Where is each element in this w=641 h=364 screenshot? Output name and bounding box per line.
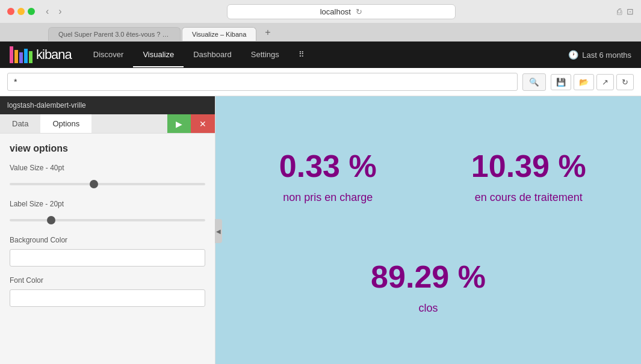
browser-chrome: ‹ › localhost ↻ ⎙ ⊡ Quel Super Parent 3.… (0, 0, 641, 42)
sidebar-header: logstash-dalembert-vrille (0, 96, 215, 114)
nav-visualize[interactable]: Visualize (133, 43, 184, 67)
search-button[interactable]: 🔍 (522, 73, 546, 91)
viz-row-top: 0.33 % non pris en charge 10.39 % en cou… (228, 148, 629, 204)
browser-tab-2[interactable]: Visualize – Kibana (182, 27, 256, 41)
label-size-group: Label Size - 20pt (10, 200, 205, 226)
kibana-logo: kibana (10, 46, 72, 63)
close-button[interactable]: ✕ (191, 114, 215, 133)
url-bar[interactable]: localhost ↻ (227, 4, 456, 19)
metric-label-1: en cours de traitement (475, 191, 583, 204)
value-size-group: Value Size - 40pt (10, 164, 205, 190)
font-color-input[interactable]: purple (10, 289, 205, 307)
forward-button[interactable]: › (55, 5, 65, 18)
logo-bar-1 (10, 46, 13, 63)
browser-tab-1[interactable]: Quel Super Parent 3.0 êtes-vous ? – Oran… (48, 27, 181, 41)
run-button[interactable]: ▶ (167, 114, 191, 133)
sidebar: logstash-dalembert-vrille Data Options ▶… (0, 96, 215, 364)
index-name: logstash-dalembert-vrille (7, 101, 86, 110)
kibana-navbar: kibana Discover Visualize Dashboard Sett… (0, 42, 641, 68)
bg-color-label: Background Color (10, 236, 205, 244)
browser-titlebar: ‹ › localhost ↻ ⎙ ⊡ (0, 0, 641, 23)
new-tab-button[interactable]: + (259, 24, 276, 41)
main-layout: logstash-dalembert-vrille Data Options ▶… (0, 96, 641, 364)
browser-nav-buttons: ‹ › (42, 5, 66, 18)
search-bar: 🔍 💾 📂 ↗ ↻ (0, 68, 641, 96)
tab-data[interactable]: Data (0, 114, 40, 133)
refresh-button[interactable]: ↻ (616, 74, 634, 90)
share-button[interactable]: ↗ (596, 74, 614, 90)
metric-value-0: 0.33 % (279, 148, 377, 184)
traffic-lights (7, 8, 35, 15)
collapse-handle[interactable]: ◀ (215, 219, 222, 243)
toolbar-actions: 💾 📂 ↗ ↻ (551, 74, 634, 90)
nav-discover[interactable]: Discover (84, 43, 134, 67)
metric-value-1: 10.39 % (471, 148, 586, 184)
label-size-slider[interactable] (10, 219, 205, 221)
close-window-button[interactable] (7, 8, 14, 15)
url-text: localhost (320, 7, 351, 16)
options-panel: view options Value Size - 40pt Label Siz… (0, 134, 215, 364)
resize-window-button[interactable]: ⊡ (627, 7, 634, 16)
value-size-slider[interactable] (10, 183, 205, 185)
search-icon: 🔍 (529, 78, 539, 87)
back-button[interactable]: ‹ (42, 5, 52, 18)
font-color-label: Font Color (10, 276, 205, 285)
metric-label-2: clos (418, 302, 438, 315)
sidebar-tabs: Data Options ▶ ✕ (0, 114, 215, 134)
reload-icon[interactable]: ↻ (356, 7, 362, 16)
options-title: view options (10, 143, 205, 154)
nav-settings[interactable]: Settings (241, 43, 289, 67)
nav-items: Discover Visualize Dashboard Settings ⠿ (84, 43, 314, 67)
browser-tabs: Quel Super Parent 3.0 êtes-vous ? – Oran… (0, 23, 641, 41)
maximize-window-button[interactable] (28, 8, 35, 15)
metric-label-0: non pris en charge (283, 191, 373, 204)
label-size-label: Label Size - 20pt (10, 200, 205, 208)
time-picker-label: Last 6 months (582, 51, 631, 60)
kibana-logo-text: kibana (36, 47, 72, 63)
logo-bar-4 (24, 49, 28, 63)
metric-block-0: 0.33 % non pris en charge (228, 148, 429, 204)
nav-apps[interactable]: ⠿ (289, 43, 314, 67)
search-input[interactable] (7, 73, 518, 91)
tab-options[interactable]: Options (40, 114, 91, 133)
logo-bar-5 (29, 51, 33, 63)
logo-bar-2 (14, 50, 18, 63)
metric-block-1: 10.39 % en cours de traitement (429, 148, 630, 204)
bg-color-group: Background Color lightblue (10, 236, 205, 267)
minimize-window-button[interactable] (17, 8, 25, 15)
window-controls: ⎙ ⊡ (617, 7, 634, 16)
logo-bars (10, 46, 33, 63)
url-bar-container: localhost ↻ (70, 4, 612, 19)
metric-block-2: 89.29 % clos (228, 259, 629, 315)
time-picker-icon: 🕐 (568, 50, 578, 60)
share-window-button[interactable]: ⎙ (617, 7, 622, 16)
value-size-label: Value Size - 40pt (10, 164, 205, 172)
load-button[interactable]: 📂 (574, 74, 594, 90)
save-button[interactable]: 💾 (551, 74, 571, 90)
font-color-group: Font Color purple (10, 276, 205, 307)
time-picker[interactable]: 🕐 Last 6 months (568, 50, 631, 60)
bg-color-input[interactable]: lightblue (10, 249, 205, 267)
nav-dashboard[interactable]: Dashboard (184, 43, 241, 67)
logo-bar-3 (19, 52, 23, 63)
visualization-area: 0.33 % non pris en charge 10.39 % en cou… (215, 96, 641, 364)
metric-value-2: 89.29 % (371, 259, 486, 295)
viz-row-bottom: 89.29 % clos (228, 259, 629, 315)
